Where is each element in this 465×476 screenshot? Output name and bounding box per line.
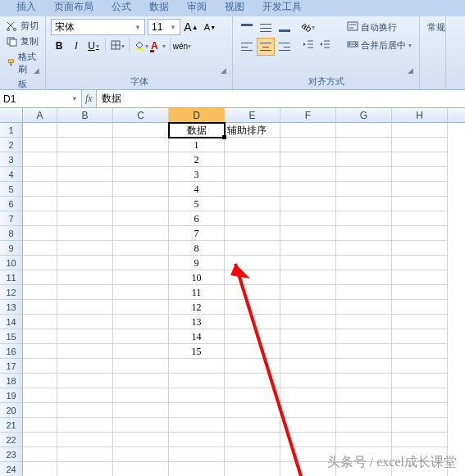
cell-A17[interactable] — [23, 359, 57, 374]
cell-E20[interactable] — [225, 403, 280, 418]
cell-C13[interactable] — [113, 300, 169, 315]
cell-H4[interactable] — [392, 167, 448, 182]
cell-G6[interactable] — [336, 197, 392, 211]
cell-H17[interactable] — [392, 359, 448, 374]
cell-B23[interactable] — [57, 447, 113, 462]
row-header[interactable]: 7 — [0, 211, 23, 226]
cell-A16[interactable] — [23, 344, 57, 359]
cell-F2[interactable] — [280, 138, 336, 152]
cell-C4[interactable] — [113, 167, 169, 182]
cell-A5[interactable] — [23, 182, 57, 197]
cell-F20[interactable] — [280, 403, 336, 418]
cell-H2[interactable] — [392, 138, 448, 152]
cell-H3[interactable] — [392, 152, 448, 167]
cell-D24[interactable] — [169, 462, 225, 476]
cell-H22[interactable] — [392, 433, 448, 447]
cell-D19[interactable] — [169, 388, 225, 403]
cell-F14[interactable] — [280, 315, 336, 329]
cell-F7[interactable] — [280, 211, 336, 226]
cell-A9[interactable] — [23, 241, 57, 256]
cell-C22[interactable] — [113, 433, 169, 447]
cell-B10[interactable] — [57, 256, 113, 270]
row-header[interactable]: 10 — [0, 256, 23, 270]
cell-E18[interactable] — [225, 374, 280, 388]
cell-G18[interactable] — [336, 374, 392, 388]
cell-B24[interactable] — [57, 462, 113, 476]
row-header[interactable]: 6 — [0, 197, 23, 211]
cell-H20[interactable] — [392, 403, 448, 418]
number-format-select[interactable]: 常规 — [425, 19, 440, 35]
cell-G22[interactable] — [336, 433, 392, 447]
cell-H19[interactable] — [392, 388, 448, 403]
cell-E10[interactable] — [225, 256, 280, 270]
cell-C14[interactable] — [113, 315, 169, 329]
row-header[interactable]: 21 — [0, 418, 23, 433]
cell-E3[interactable] — [225, 152, 280, 167]
cell-E15[interactable] — [225, 329, 280, 344]
clipboard-expand-icon[interactable]: ◢ — [34, 66, 43, 76]
cell-D2[interactable]: 1 — [169, 138, 225, 152]
increase-indent-button[interactable] — [317, 37, 333, 53]
cell-B16[interactable] — [57, 344, 113, 359]
tab-data[interactable]: 数据 — [141, 0, 177, 16]
cell-A19[interactable] — [23, 388, 57, 403]
cell-D8[interactable]: 7 — [169, 226, 225, 241]
row-header[interactable]: 5 — [0, 182, 23, 197]
cell-E23[interactable] — [225, 447, 280, 462]
cell-D9[interactable]: 8 — [169, 241, 225, 256]
cell-E19[interactable] — [225, 388, 280, 403]
col-header-F[interactable]: F — [280, 108, 336, 122]
merge-center-button[interactable]: 合并后居中▾ — [341, 37, 417, 53]
cell-E17[interactable] — [225, 359, 280, 374]
cell-G17[interactable] — [336, 359, 392, 374]
cell-G11[interactable] — [336, 270, 392, 285]
row-header[interactable]: 18 — [0, 374, 23, 388]
cell-E22[interactable] — [225, 433, 280, 447]
tab-page-layout[interactable]: 页面布局 — [46, 0, 102, 16]
cell-F22[interactable] — [280, 433, 336, 447]
cell-E6[interactable] — [225, 197, 280, 211]
cell-E8[interactable] — [225, 226, 280, 241]
row-header[interactable]: 1 — [0, 123, 23, 138]
cell-G10[interactable] — [336, 256, 392, 270]
cell-F8[interactable] — [280, 226, 336, 241]
cell-F13[interactable] — [280, 300, 336, 315]
cell-G23[interactable] — [336, 447, 392, 462]
underline-button[interactable]: U▾ — [85, 38, 102, 54]
cell-H14[interactable] — [392, 315, 448, 329]
cell-C20[interactable] — [113, 403, 169, 418]
cell-H24[interactable] — [392, 462, 448, 476]
cell-E11[interactable] — [225, 270, 280, 285]
cell-A20[interactable] — [23, 403, 57, 418]
cell-G24[interactable] — [336, 462, 392, 476]
cell-B3[interactable] — [57, 152, 113, 167]
cell-E14[interactable] — [225, 315, 280, 329]
cell-F1[interactable] — [280, 123, 336, 138]
col-header-C[interactable]: C — [113, 108, 169, 122]
cell-E4[interactable] — [225, 167, 280, 182]
cell-B5[interactable] — [57, 182, 113, 197]
font-expand-icon[interactable]: ◢ — [221, 66, 230, 76]
cell-H1[interactable] — [392, 123, 448, 138]
tab-developer[interactable]: 开发工具 — [254, 0, 310, 16]
row-header[interactable]: 17 — [0, 359, 23, 374]
cell-G15[interactable] — [336, 329, 392, 344]
font-size-select[interactable]: 11 ▼ — [148, 19, 180, 35]
cell-B13[interactable] — [57, 300, 113, 315]
cell-F17[interactable] — [280, 359, 336, 374]
cell-C23[interactable] — [113, 447, 169, 462]
cell-A23[interactable] — [23, 447, 57, 462]
tab-view[interactable]: 视图 — [217, 0, 253, 16]
cell-G14[interactable] — [336, 315, 392, 329]
col-header-D[interactable]: D — [169, 108, 225, 122]
cell-D15[interactable]: 14 — [169, 329, 225, 344]
cell-F23[interactable] — [280, 447, 336, 462]
cell-C3[interactable] — [113, 152, 169, 167]
cell-C5[interactable] — [113, 182, 169, 197]
cell-F10[interactable] — [280, 256, 336, 270]
cell-G19[interactable] — [336, 388, 392, 403]
cell-C11[interactable] — [113, 270, 169, 285]
cell-D22[interactable] — [169, 433, 225, 447]
cell-B18[interactable] — [57, 374, 113, 388]
cell-C24[interactable] — [113, 462, 169, 476]
